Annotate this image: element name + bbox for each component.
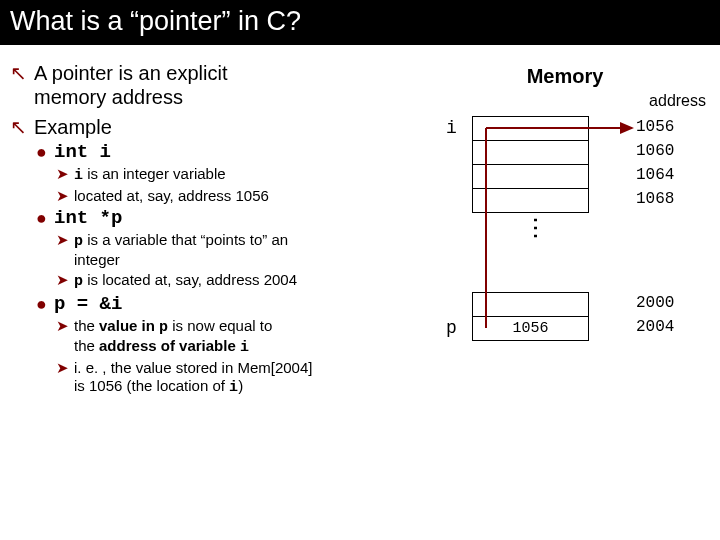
memory-diagram: Memory address i 1056 1060 1064 1068 ⋯ p… bbox=[386, 55, 714, 397]
code: p bbox=[74, 273, 83, 290]
text: is 1056 (the location of bbox=[74, 377, 229, 394]
text: is now equal to bbox=[168, 317, 272, 334]
text: the value in p is now equal tothe addres… bbox=[74, 317, 272, 357]
bullet-1-text: A pointer is an explicit memory address bbox=[34, 61, 227, 109]
sub-int-p: ● int *p bbox=[36, 207, 386, 229]
slide-body: ↖ A pointer is an explicit memory addres… bbox=[0, 45, 720, 397]
dot-icon: ● bbox=[36, 141, 54, 163]
bullet-2-text: Example bbox=[34, 115, 112, 139]
text: i. e. , the value stored in Mem[2004]is … bbox=[74, 359, 312, 397]
chevron-icon: ➤ bbox=[56, 359, 74, 397]
bullet-icon: ↖ bbox=[10, 61, 34, 109]
dot-icon: ● bbox=[36, 293, 54, 315]
text: is an integer variable bbox=[83, 165, 226, 182]
subsub: ➤ i. e. , the value stored in Mem[2004]i… bbox=[56, 359, 386, 397]
text: i is an integer variable bbox=[74, 165, 226, 185]
bullet-1: ↖ A pointer is an explicit memory addres… bbox=[10, 61, 386, 109]
subsub: ➤ i is an integer variable bbox=[56, 165, 386, 185]
text: the bbox=[74, 337, 99, 354]
text: p is located at, say, address 2004 bbox=[74, 271, 297, 291]
chevron-icon: ➤ bbox=[56, 187, 74, 205]
slide-title: What is a “pointer” in C? bbox=[0, 0, 720, 45]
chevron-icon: ➤ bbox=[56, 165, 74, 185]
sub-assign: ● p = &i bbox=[36, 293, 386, 315]
memory-cells: i 1056 1060 1064 1068 ⋯ p 1056 2000 2004 bbox=[386, 116, 714, 386]
code: p = &i bbox=[54, 293, 122, 315]
text: the bbox=[74, 317, 99, 334]
code: i bbox=[229, 379, 238, 396]
dot-icon: ● bbox=[36, 207, 54, 229]
address-label: address bbox=[386, 92, 706, 110]
text: ) bbox=[238, 377, 243, 394]
subsub: ➤ the value in p is now equal tothe addr… bbox=[56, 317, 386, 357]
text: A pointer is an explicit bbox=[34, 62, 227, 84]
text: p is a variable that “points to” aninteg… bbox=[74, 231, 288, 269]
text: address of variable bbox=[99, 337, 240, 354]
subsub: ➤ p is located at, say, address 2004 bbox=[56, 271, 386, 291]
text: is a variable that “points to” an bbox=[83, 231, 288, 248]
subsub: ➤ located at, say, address 1056 bbox=[56, 187, 386, 205]
code: p bbox=[159, 319, 168, 336]
var-label-i: i bbox=[446, 118, 457, 138]
subsub: ➤ p is a variable that “points to” anint… bbox=[56, 231, 386, 269]
memory-heading: Memory bbox=[416, 65, 714, 88]
bullet-column: ↖ A pointer is an explicit memory addres… bbox=[6, 55, 386, 397]
chevron-icon: ➤ bbox=[56, 317, 74, 357]
text: value in bbox=[99, 317, 159, 334]
text: integer bbox=[74, 251, 120, 268]
text: i. e. , the value stored in Mem[2004] bbox=[74, 359, 312, 376]
pointer-arrow-icon bbox=[472, 116, 692, 346]
chevron-icon: ➤ bbox=[56, 271, 74, 291]
code: i bbox=[240, 339, 249, 356]
text: located at, say, address 1056 bbox=[74, 187, 269, 205]
var-label-p: p bbox=[446, 318, 457, 338]
chevron-icon: ➤ bbox=[56, 231, 74, 269]
code: i bbox=[74, 167, 83, 184]
text: is located at, say, address 2004 bbox=[83, 271, 297, 288]
sub-int-i: ● int i bbox=[36, 141, 386, 163]
bullet-2: ↖ Example bbox=[10, 115, 386, 139]
code: p bbox=[74, 233, 83, 250]
text: memory address bbox=[34, 86, 183, 108]
code: int i bbox=[54, 141, 111, 163]
bullet-icon: ↖ bbox=[10, 115, 34, 139]
code: int *p bbox=[54, 207, 122, 229]
